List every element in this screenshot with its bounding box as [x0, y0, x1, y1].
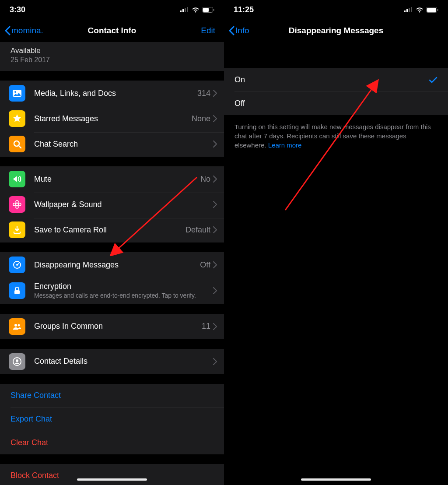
nav-title: Disappearing Messages — [224, 26, 448, 35]
svg-rect-2 — [185, 8, 186, 12]
svg-point-12 — [16, 200, 18, 203]
svg-point-13 — [16, 206, 18, 208]
row-wallpaper-sound[interactable]: Wallpaper & Sound — [0, 192, 224, 217]
status-time: 3:30 — [10, 5, 25, 14]
label: Groups In Common — [34, 322, 202, 331]
home-indicator[interactable] — [301, 478, 371, 481]
chevron-left-icon — [4, 26, 10, 35]
cellular-icon — [180, 7, 189, 12]
svg-rect-5 — [203, 8, 209, 12]
value: 11 — [202, 322, 210, 331]
right-pane: 11:25 Info Disappearing Messages On Off … — [224, 0, 448, 485]
flower-icon — [9, 196, 25, 213]
back-label: momina. — [11, 26, 43, 35]
label: Mute — [34, 175, 200, 184]
chevron-right-icon — [213, 201, 217, 208]
back-button[interactable]: Info — [228, 26, 249, 35]
row-media-links-docs[interactable]: Media, Links, and Docs 314 — [0, 81, 224, 106]
row-disappearing-messages[interactable]: Disappearing Messages Off — [0, 252, 224, 278]
svg-rect-24 — [404, 11, 406, 12]
option-on[interactable]: On — [224, 68, 448, 91]
status-time: 11:25 — [234, 5, 254, 14]
chevron-right-icon — [213, 358, 217, 365]
row-chat-search[interactable]: Chat Search — [0, 131, 224, 157]
label: Save to Camera Roll — [34, 225, 186, 235]
row-groups-in-common[interactable]: Groups In Common 11 — [0, 314, 224, 339]
battery-icon — [426, 7, 438, 13]
home-indicator[interactable] — [77, 478, 147, 481]
chevron-right-icon — [213, 141, 217, 148]
option-label: On — [234, 75, 245, 84]
edit-button[interactable]: Edit — [201, 26, 220, 35]
nav-bar: Info Disappearing Messages — [224, 19, 448, 42]
svg-point-8 — [14, 91, 16, 93]
checkmark-icon — [429, 77, 438, 84]
status-indicators — [180, 7, 214, 13]
timer-icon — [9, 257, 25, 273]
row-encryption[interactable]: Encryption Messages and calls are end-to… — [0, 278, 224, 304]
learn-more-link[interactable]: Learn more — [268, 141, 302, 149]
action-export-chat[interactable]: Export Chat — [10, 407, 224, 431]
chevron-left-icon — [228, 26, 234, 35]
speaker-icon — [9, 171, 25, 187]
photo-icon — [9, 85, 25, 102]
label: Contact Details — [34, 357, 213, 366]
row-starred-messages[interactable]: Starred Messages None — [0, 106, 224, 131]
svg-rect-30 — [438, 9, 438, 11]
chevron-right-icon — [213, 115, 217, 122]
chevron-right-icon — [213, 323, 217, 330]
svg-rect-0 — [180, 11, 182, 12]
lock-icon — [9, 282, 25, 299]
row-contact-details[interactable]: Contact Details — [0, 349, 224, 374]
action-block-contact[interactable]: Block Contact — [0, 464, 224, 485]
svg-point-15 — [18, 203, 21, 206]
label: Disappearing Messages — [34, 260, 200, 270]
wifi-icon — [416, 7, 424, 13]
status-bar: 3:30 — [0, 0, 224, 19]
star-icon — [9, 110, 25, 127]
svg-rect-27 — [411, 7, 412, 12]
section-actions: Share Contact Export Chat Clear Chat — [0, 384, 224, 454]
row-mute[interactable]: Mute No — [0, 166, 224, 192]
back-label: Info — [235, 26, 249, 35]
label: Media, Links, and Docs — [34, 89, 197, 98]
value: Default — [186, 225, 210, 235]
option-label: Off — [234, 99, 245, 108]
download-icon — [9, 221, 25, 238]
nav-bar: momina. Contact Info Edit — [0, 19, 224, 42]
chevron-right-icon — [213, 90, 217, 97]
section-media: Media, Links, and Docs 314 Starred Messa… — [0, 81, 224, 157]
svg-rect-26 — [409, 8, 410, 12]
svg-point-14 — [13, 203, 16, 206]
sub-label: Messages and calls are end-to-end encryp… — [34, 292, 213, 300]
back-button[interactable]: momina. — [4, 26, 43, 35]
value: 314 — [197, 89, 210, 98]
section-groups: Groups In Common 11 — [0, 314, 224, 339]
svg-rect-1 — [182, 9, 184, 12]
footer-description: Turning on this setting will make new me… — [224, 115, 448, 157]
section-privacy: Disappearing Messages Off Encryption Mes… — [0, 252, 224, 304]
status-indicators — [404, 7, 438, 13]
cellular-icon — [404, 7, 413, 12]
action-share-contact[interactable]: Share Contact — [0, 384, 224, 407]
contact-status-date: 25 Feb 2017 — [10, 56, 214, 64]
option-off[interactable]: Off — [234, 91, 448, 115]
group-icon — [9, 318, 25, 335]
section-block: Block Contact — [0, 464, 224, 485]
left-pane: 3:30 momina. Contact Info Edit Available… — [0, 0, 224, 485]
row-save-camera-roll[interactable]: Save to Camera Roll Default — [0, 217, 224, 242]
search-icon — [9, 136, 25, 152]
svg-point-19 — [14, 324, 17, 327]
svg-rect-29 — [427, 8, 436, 12]
chevron-right-icon — [213, 176, 217, 183]
svg-line-10 — [19, 146, 21, 148]
action-clear-chat[interactable]: Clear Chat — [10, 431, 224, 454]
chevron-right-icon — [213, 261, 217, 268]
label: Wallpaper & Sound — [34, 200, 213, 209]
svg-rect-18 — [14, 290, 20, 294]
wifi-icon — [192, 7, 200, 13]
svg-point-22 — [16, 359, 18, 362]
section-settings: Mute No Wallpaper & Sound Save to Camera… — [0, 166, 224, 242]
value: None — [192, 114, 210, 123]
contact-icon — [9, 353, 25, 370]
